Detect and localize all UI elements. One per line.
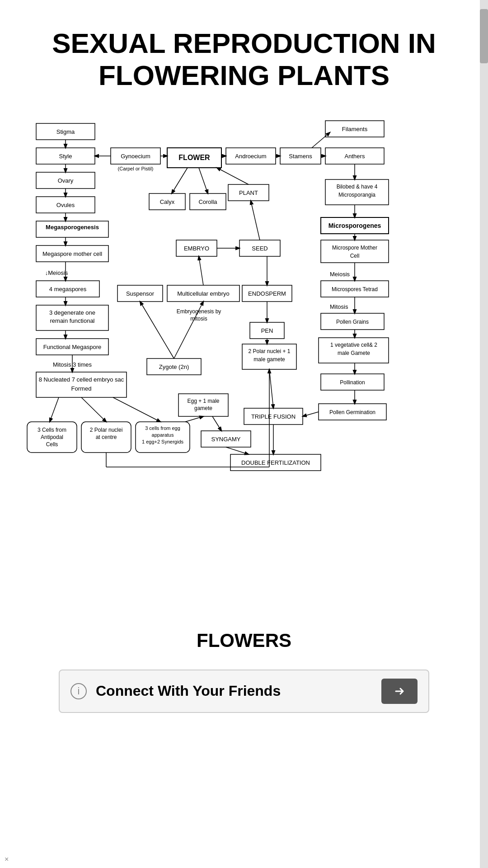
syngamy-label: SYNGAMY: [211, 436, 240, 443]
3-degenerate-label: 3 degenerate one: [49, 309, 95, 316]
svg-line-70: [140, 302, 174, 359]
triple-fusion-label: TRIPLE FUSION: [251, 413, 296, 420]
ad-arrow-button[interactable]: [381, 679, 418, 704]
3-degenerate-label2: remain functional: [50, 317, 95, 324]
egg-apparatus-label3: 1 egg+2 Synergids: [142, 439, 184, 444]
antipodal-label2: Antipodal: [41, 434, 63, 440]
egg-gamete-label: Egg + 1 male: [187, 398, 219, 404]
svg-line-53: [199, 168, 208, 193]
veg-cell-label: 1 vegetative cell& 2: [330, 342, 377, 348]
style-label: Style: [59, 153, 72, 160]
embryogenesis-label2: mitosis: [190, 316, 207, 322]
page-title: SEXUAL REPRODUCTION IN FLOWERING PLANTS: [0, 0, 488, 110]
plant-label: PLANT: [239, 189, 258, 196]
svg-line-72: [50, 397, 59, 422]
scrollbar[interactable]: [480, 0, 488, 868]
seed-label: SEED: [252, 245, 267, 252]
svg-line-77: [185, 416, 203, 422]
svg-line-78: [226, 447, 249, 454]
diagram-svg: Stigma Style Ovary Ovules Megasporogenes…: [23, 114, 465, 612]
suspensor-label: Suspensor: [126, 290, 155, 297]
ad-text: Connect With Your Friends: [96, 683, 372, 699]
ad-banner: i Connect With Your Friends ×: [59, 670, 429, 713]
calyx-label: Calyx: [160, 198, 175, 205]
4-megaspores-label: 4 megaspores: [49, 286, 87, 292]
functional-megaspore-label: Functional Megaspore: [43, 344, 102, 350]
svg-line-56: [312, 132, 330, 148]
microsporogenes-label: Microsporogenes: [328, 222, 381, 229]
pen-label: PEN: [261, 327, 273, 334]
microspore-mother-cell-label2: Cell: [350, 253, 360, 259]
embryo-label: EMBRYO: [184, 245, 209, 252]
bilobed-label2: Microsporangia: [338, 192, 375, 198]
ovules-label: Ovules: [56, 202, 75, 208]
caption: FLOWERS: [0, 616, 488, 670]
polar-nuclei-label2: at centre: [96, 434, 117, 440]
anthers-label: Anthers: [345, 153, 365, 160]
androecium-label: Androecium: [235, 153, 266, 160]
arrow-right-icon: [391, 683, 408, 699]
ovary-label: Ovary: [58, 177, 74, 184]
veg-cell-label2: male Gamete: [338, 350, 370, 356]
pollination-label: Pollination: [340, 379, 365, 386]
corolla-label: Corolla: [198, 198, 217, 205]
zygote-label: Zygote (2n): [159, 363, 189, 370]
svg-rect-36: [321, 240, 389, 263]
polar-nuclei-label: 2 Polar nuclei: [90, 427, 123, 433]
8-nucleated-label2: Formed: [71, 385, 92, 392]
svg-line-52: [172, 168, 188, 193]
meiosis-label-2: Meiosis: [330, 271, 350, 278]
svg-line-76: [212, 416, 221, 431]
svg-line-73: [81, 397, 106, 422]
bilobed-label: Bilobed & have 4: [337, 184, 378, 190]
multicellular-embryo-label: Multicellular embryo: [177, 290, 230, 297]
mitosis-label-r: Mitosis: [330, 303, 348, 310]
microspore-mother-cell-label: Microspore Mother: [332, 245, 377, 251]
egg-apparatus-label: 3 cells from egg: [145, 425, 180, 431]
svg-line-69: [199, 256, 203, 285]
2-polar-nuclei-label2: male gamete: [253, 356, 285, 363]
antipodal-label: 3 Cells from: [38, 427, 66, 433]
pollen-grains-label: Pollen Grains: [336, 319, 369, 325]
flower-label: FLOWER: [178, 154, 210, 161]
endosperm-label: ENDOSPERM: [248, 290, 286, 297]
svg-line-67: [251, 201, 260, 240]
double-fert-label: DOUBLE FERTILIZATION: [241, 459, 310, 466]
pollen-germination-label: Pollen Germination: [329, 409, 375, 415]
meiosis-label-1: ↓Meiosis: [45, 269, 68, 276]
svg-line-66: [217, 168, 249, 184]
2-polar-nuclei-label: 2 Polar nuclei + 1: [248, 348, 290, 354]
filaments-label: Filaments: [342, 126, 368, 132]
8-nucleated-label: 8 Nucleated 7 celled embryo sac: [39, 376, 124, 383]
info-symbol: i: [78, 685, 80, 697]
gynoecium-label: Gynoecium: [121, 153, 150, 160]
microspores-tetrad-label: Microspores Tetrad: [332, 286, 378, 292]
ad-close-button[interactable]: ×: [5, 855, 9, 863]
svg-line-74: [113, 397, 160, 422]
megaspore-mother-cell-label: Megaspore mother cell: [42, 250, 102, 257]
stigma-label: Stigma: [56, 128, 75, 135]
carpel-label: (Carpel or Pistil): [118, 166, 154, 171]
svg-line-80: [269, 369, 273, 408]
svg-line-87: [303, 412, 319, 416]
egg-apparatus-label2: apparatus: [152, 432, 174, 438]
ad-info-icon: i: [70, 683, 87, 699]
antipodal-label3: Cells: [46, 441, 58, 448]
stamens-label: Stamens: [289, 153, 312, 160]
egg-gamete-label2: gamete: [194, 405, 212, 411]
scrollbar-thumb[interactable]: [480, 9, 488, 63]
embryogenesis-label: Embryogenesis by: [177, 308, 221, 315]
megasporogenesis-label: Megasporogenesis: [46, 224, 99, 231]
diagram-container: Stigma Style Ovary Ovules Megasporogenes…: [0, 110, 488, 616]
